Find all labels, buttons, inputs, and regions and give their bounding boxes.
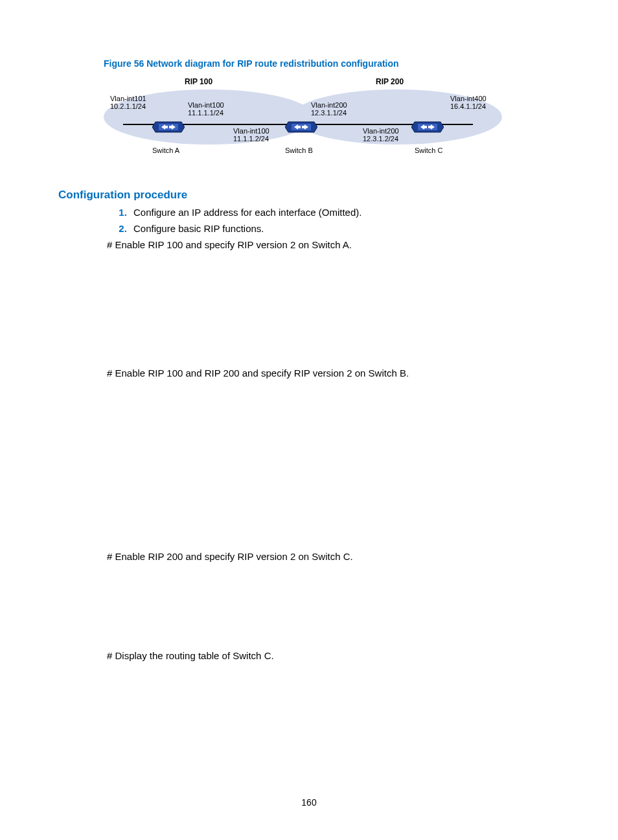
vlan-int200b-label: Vlan-int20012.3.1.2/24: [363, 127, 399, 143]
rip200-label: RIP 200: [376, 78, 404, 86]
procedure-list: Configure an IP address for each interfa…: [58, 207, 560, 234]
page-number: 160: [0, 797, 618, 808]
switch-icon: [285, 117, 317, 137]
switch-a-label: Switch A: [152, 146, 179, 154]
rip100-label: RIP 100: [185, 78, 212, 86]
instruction-b: # Enable RIP 100 and RIP 200 and specify…: [107, 368, 560, 379]
network-diagram: RIP 100 RIP 200 Switch A Switch B: [104, 75, 518, 159]
vlan-int100a-label: Vlan-int10011.1.1.1/24: [188, 101, 224, 117]
figure-caption: Figure 56 Network diagram for RIP route …: [104, 58, 560, 69]
link-line: [178, 124, 295, 125]
instruction-a: # Enable RIP 100 and specify RIP version…: [107, 239, 560, 250]
instruction-d: # Display the routing table of Switch C.: [107, 650, 560, 661]
link-line: [311, 124, 421, 125]
vlan-int100b-label: Vlan-int10011.1.1.2/24: [233, 127, 269, 143]
switch-icon: [411, 117, 444, 137]
list-item: Configure an IP address for each interfa…: [130, 207, 560, 218]
switch-b-label: Switch B: [285, 146, 313, 154]
instruction-c: # Enable RIP 200 and specify RIP version…: [107, 551, 560, 562]
vlan-int101-label: Vlan-int10110.2.1.1/24: [110, 95, 146, 110]
switch-icon: [152, 117, 185, 137]
vlan-int200a-label: Vlan-int20012.3.1.1/24: [311, 101, 347, 117]
switch-c-label: Switch C: [415, 146, 442, 154]
vlan-int400-label: Vlan-int40016.4.1.1/24: [450, 95, 486, 110]
list-item: Configure basic RIP functions.: [130, 223, 560, 234]
section-heading: Configuration procedure: [58, 189, 560, 202]
